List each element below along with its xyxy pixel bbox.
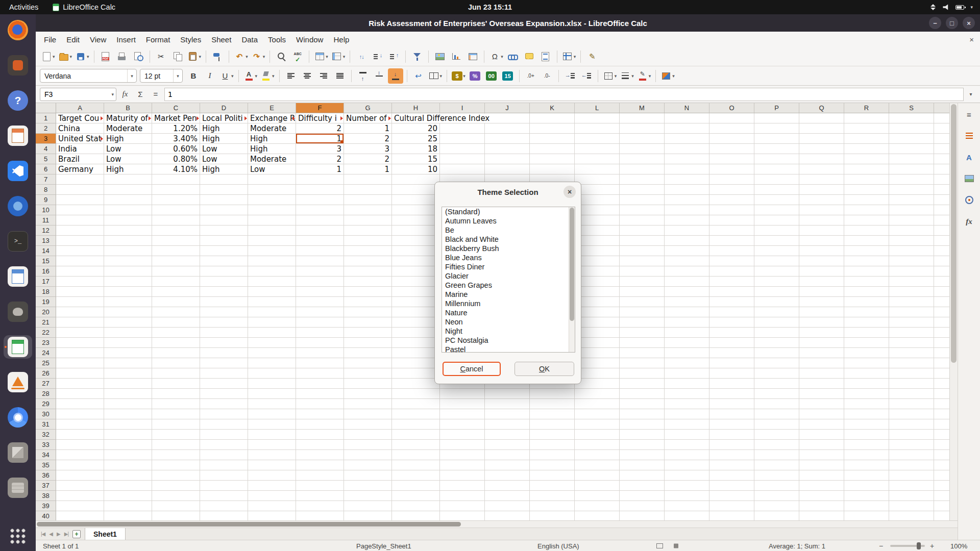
cell-B22[interactable] xyxy=(104,328,152,338)
cell-N4[interactable] xyxy=(665,144,709,154)
theme-listbox[interactable]: (Standard)Autumn LeavesBeBlack and White… xyxy=(442,207,575,353)
cell-R21[interactable] xyxy=(844,317,889,328)
row-header-24[interactable]: 24 xyxy=(36,348,56,358)
theme-option[interactable]: Black and White xyxy=(442,235,575,244)
cancel-button[interactable]: Cancel xyxy=(443,362,501,376)
cell-N15[interactable] xyxy=(665,256,709,266)
cell-F30[interactable] xyxy=(296,409,344,419)
cell-H27[interactable] xyxy=(392,379,440,389)
cell-K1[interactable] xyxy=(530,113,575,123)
cell-G14[interactable] xyxy=(344,246,392,256)
cell-N14[interactable] xyxy=(665,246,709,256)
cell-T13[interactable] xyxy=(934,236,949,246)
row-header-8[interactable]: 8 xyxy=(36,185,56,195)
column-header-N[interactable]: N xyxy=(665,103,709,113)
cell-I5[interactable] xyxy=(440,154,485,164)
cell-T34[interactable] xyxy=(934,450,949,460)
cell-N40[interactable] xyxy=(665,511,709,520)
column-header-F[interactable]: F xyxy=(296,103,344,113)
cell-A26[interactable] xyxy=(56,368,104,379)
cell-M4[interactable] xyxy=(620,144,665,154)
cell-F12[interactable] xyxy=(296,226,344,236)
bold-button[interactable]: B xyxy=(186,68,201,84)
cell-Q40[interactable] xyxy=(799,511,844,520)
cell-L24[interactable] xyxy=(575,348,620,358)
cell-H20[interactable] xyxy=(392,307,440,317)
cell-M15[interactable] xyxy=(620,256,665,266)
cell-Q13[interactable] xyxy=(799,236,844,246)
cell-T32[interactable] xyxy=(934,430,949,440)
wrap-text-button[interactable]: ↩ xyxy=(411,68,426,84)
cell-B16[interactable] xyxy=(104,266,152,277)
cell-E12[interactable] xyxy=(248,226,296,236)
cell-B1[interactable]: Maturity of xyxy=(104,113,152,123)
cell-N16[interactable] xyxy=(665,266,709,277)
cell-R29[interactable] xyxy=(844,399,889,409)
cell-B11[interactable] xyxy=(104,215,152,226)
cell-H22[interactable] xyxy=(392,328,440,338)
cell-T21[interactable] xyxy=(934,317,949,328)
cell-S26[interactable] xyxy=(889,368,934,379)
cell-P17[interactable] xyxy=(754,277,799,287)
cell-E23[interactable] xyxy=(248,338,296,348)
cell-R31[interactable] xyxy=(844,419,889,430)
cell-A4[interactable]: India xyxy=(56,144,104,154)
formula-input[interactable]: 1 xyxy=(164,88,964,101)
cell-R26[interactable] xyxy=(844,368,889,379)
cell-O27[interactable] xyxy=(709,379,754,389)
merge-cells-button[interactable]: ▾ xyxy=(427,68,444,84)
column-header-S[interactable]: S xyxy=(889,103,934,113)
cell-L18[interactable] xyxy=(575,287,620,297)
special-character-button[interactable]: Ω▾ xyxy=(488,49,504,64)
cell-G3[interactable]: 2 xyxy=(344,134,392,144)
cell-D22[interactable] xyxy=(200,328,248,338)
font-name-combobox[interactable]: Verdana ▾ xyxy=(40,69,137,83)
cell-S33[interactable] xyxy=(889,440,934,450)
cell-K5[interactable] xyxy=(530,154,575,164)
cell-A32[interactable] xyxy=(56,430,104,440)
copy-button[interactable] xyxy=(170,49,185,64)
cell-G40[interactable] xyxy=(344,511,392,520)
cell-G18[interactable] xyxy=(344,287,392,297)
cell-H24[interactable] xyxy=(392,348,440,358)
name-box[interactable]: F3 ▾ xyxy=(40,88,116,101)
cell-I34[interactable] xyxy=(440,450,485,460)
cell-B37[interactable] xyxy=(104,481,152,491)
align-left-button[interactable] xyxy=(283,68,299,84)
cell-C8[interactable] xyxy=(152,185,200,195)
cell-F17[interactable] xyxy=(296,277,344,287)
cell-I32[interactable] xyxy=(440,430,485,440)
dropdown-arrow-icon[interactable]: ▾ xyxy=(87,54,89,59)
cell-R5[interactable] xyxy=(844,154,889,164)
cell-P40[interactable] xyxy=(754,511,799,520)
cell-Q1[interactable] xyxy=(799,113,844,123)
dropdown-arrow-icon[interactable]: ▾ xyxy=(231,73,234,79)
cell-Q26[interactable] xyxy=(799,368,844,379)
cell-T22[interactable] xyxy=(934,328,949,338)
autofilter-button[interactable] xyxy=(409,49,425,64)
cell-C25[interactable] xyxy=(152,358,200,368)
cell-R14[interactable] xyxy=(844,246,889,256)
cell-S21[interactable] xyxy=(889,317,934,328)
cell-P23[interactable] xyxy=(754,338,799,348)
cell-R8[interactable] xyxy=(844,185,889,195)
cell-M18[interactable] xyxy=(620,287,665,297)
cell-S16[interactable] xyxy=(889,266,934,277)
cell-R36[interactable] xyxy=(844,470,889,481)
cell-B14[interactable] xyxy=(104,246,152,256)
cell-D25[interactable] xyxy=(200,358,248,368)
cell-R10[interactable] xyxy=(844,205,889,215)
system-tray[interactable]: ▾ xyxy=(930,4,973,10)
cell-H1[interactable]: Cultural Difference Index xyxy=(392,113,440,123)
format-percent-button[interactable]: % xyxy=(468,68,483,84)
row-header-10[interactable]: 10 xyxy=(36,205,56,215)
dropdown-arrow-icon[interactable]: ▾ xyxy=(649,73,651,79)
font-color-button[interactable]: ▾ xyxy=(242,68,259,84)
cell-T27[interactable] xyxy=(934,379,949,389)
row-header-40[interactable]: 40 xyxy=(36,511,56,520)
cell-L30[interactable] xyxy=(575,409,620,419)
cell-L25[interactable] xyxy=(575,358,620,368)
cell-L37[interactable] xyxy=(575,481,620,491)
cell-N8[interactable] xyxy=(665,185,709,195)
cell-J4[interactable] xyxy=(485,144,530,154)
